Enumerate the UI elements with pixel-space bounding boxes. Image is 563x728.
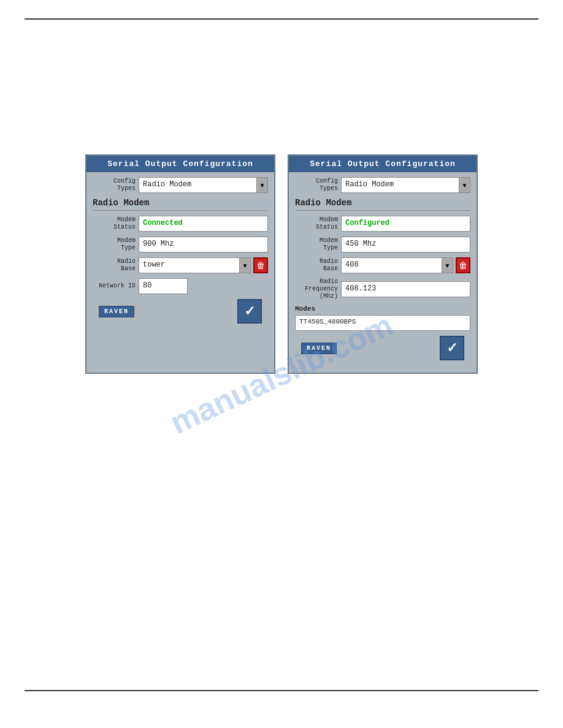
- left-config-types-label: ConfigTypes: [93, 178, 139, 192]
- right-radio-freq-label: RadioFrequency(Mhz): [295, 278, 341, 300]
- left-modem-status-label: ModemStatus: [93, 216, 139, 231]
- right-delete-icon: 🗑: [459, 260, 467, 270]
- right-config-types-field-wrap: Radio Modem ▼: [341, 177, 470, 193]
- right-radio-base-field-wrap: 408 ▼ 🗑: [341, 257, 470, 273]
- right-config-types-row: ConfigTypes Radio Modem ▼: [295, 177, 470, 193]
- left-panel-title: Serial Output Configuration: [86, 156, 274, 172]
- right-config-types-dropdown[interactable]: ▼: [459, 177, 470, 193]
- left-radio-base-label: RadioBase: [93, 258, 139, 273]
- right-modes-value[interactable]: TT450S_4800BPS: [295, 315, 470, 331]
- right-config-types-label: ConfigTypes: [295, 178, 341, 192]
- bottom-rule: [25, 690, 538, 691]
- left-panel: Serial Output Configuration ConfigTypes …: [85, 154, 275, 374]
- right-check-icon: ✓: [446, 340, 458, 356]
- right-panel-title: Serial Output Configuration: [289, 156, 477, 172]
- left-config-types-input[interactable]: Radio Modem: [139, 177, 257, 193]
- right-modem-status-label: ModemStatus: [295, 216, 341, 231]
- left-delete-icon: 🗑: [256, 260, 265, 270]
- right-radio-freq-row: RadioFrequency(Mhz) 408.123: [295, 278, 470, 300]
- right-radio-base-dropdown[interactable]: ▼: [442, 257, 453, 273]
- left-network-id-label: Network ID: [93, 282, 139, 290]
- right-radio-base-label: RadioBase: [295, 258, 341, 273]
- top-rule: [25, 18, 538, 20]
- left-radio-base-dropdown[interactable]: ▼: [240, 257, 251, 273]
- right-section-heading: Radio Modem: [295, 198, 470, 211]
- left-panel-body: ConfigTypes Radio Modem ▼ Radio Modem Mo…: [86, 172, 274, 330]
- right-modes-label: Modes: [295, 305, 470, 313]
- right-modem-status-row: ModemStatus Configured: [295, 216, 470, 232]
- right-radio-freq-value[interactable]: 408.123: [341, 281, 470, 297]
- right-config-types-input[interactable]: Radio Modem: [341, 177, 459, 193]
- right-panel-body: ConfigTypes Radio Modem ▼ Radio Modem Mo…: [289, 172, 477, 366]
- left-radio-base-field-wrap: tower ▼ 🗑: [139, 257, 268, 273]
- right-modem-status-value: Configured: [341, 216, 470, 232]
- right-modem-type-value[interactable]: 450 Mhz: [341, 237, 470, 252]
- right-raven-logo: RAVEN: [301, 343, 337, 354]
- right-modes-section: Modes TT450S_4800BPS: [295, 305, 470, 331]
- left-network-id-value[interactable]: 80: [139, 278, 188, 294]
- left-config-types-field-wrap: Radio Modem ▼: [139, 177, 268, 193]
- left-check-icon: ✓: [244, 303, 255, 319]
- right-radio-base-value[interactable]: 408: [341, 257, 442, 273]
- right-radio-base-row: RadioBase 408 ▼ 🗑: [295, 257, 470, 273]
- left-panel-footer: RAVEN ✓: [93, 299, 268, 324]
- left-raven-logo: RAVEN: [99, 306, 134, 317]
- left-modem-status-value: Connected: [139, 216, 268, 232]
- left-modem-type-row: ModemType 900 Mhz: [93, 237, 268, 252]
- right-modem-type-label: ModemType: [295, 237, 341, 252]
- left-network-id-row: Network ID 80: [93, 278, 268, 294]
- left-modem-type-value[interactable]: 900 Mhz: [139, 237, 268, 252]
- right-radio-base-delete-button[interactable]: 🗑: [456, 257, 470, 273]
- left-config-types-row: ConfigTypes Radio Modem ▼: [93, 177, 268, 193]
- left-radio-base-value[interactable]: tower: [139, 257, 240, 273]
- left-check-button[interactable]: ✓: [237, 299, 262, 324]
- right-check-button[interactable]: ✓: [440, 336, 464, 360]
- right-panel: Serial Output Configuration ConfigTypes …: [288, 154, 478, 374]
- left-config-types-dropdown[interactable]: ▼: [257, 177, 268, 193]
- right-panel-footer: RAVEN ✓: [295, 336, 470, 360]
- left-radio-base-row: RadioBase tower ▼ 🗑: [93, 257, 268, 273]
- panels-container: Serial Output Configuration ConfigTypes …: [0, 154, 563, 374]
- left-modem-status-row: ModemStatus Connected: [93, 216, 268, 232]
- left-radio-base-delete-button[interactable]: 🗑: [253, 257, 268, 273]
- left-section-heading: Radio Modem: [93, 198, 268, 211]
- right-modem-type-row: ModemType 450 Mhz: [295, 237, 470, 252]
- left-modem-type-label: ModemType: [93, 237, 139, 252]
